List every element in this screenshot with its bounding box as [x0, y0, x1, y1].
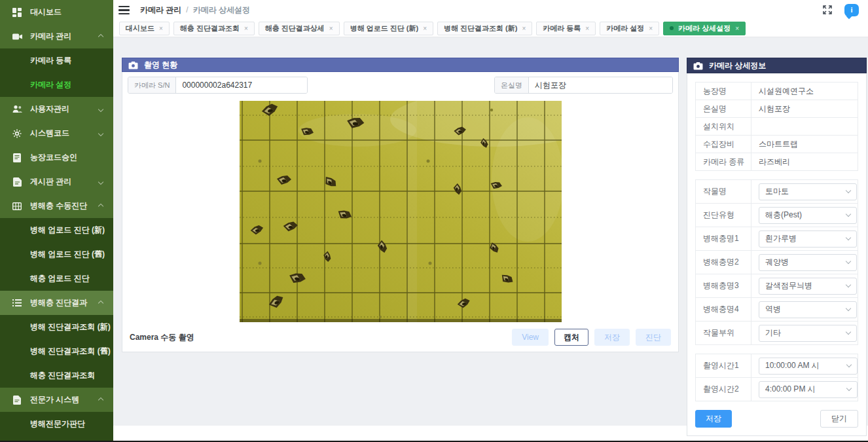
chevron-down-icon	[846, 188, 851, 193]
diagnosis-type-select[interactable]: 해충(Pest)	[759, 207, 857, 224]
content-area: 촬영 현황 카메라 S/N 온실명	[113, 37, 868, 426]
capture-time-2-select[interactable]: 4:00:00 PM 시	[759, 381, 858, 398]
tab-disease-upload-new[interactable]: 병해 업로드 진단 (新) ×	[344, 22, 433, 35]
close-icon[interactable]: ×	[244, 25, 248, 32]
select-value: 궤양병	[765, 257, 846, 268]
close-icon[interactable]: ×	[329, 25, 333, 32]
tab-bar: 대시보드 × 해충 진단결과조회 × 해충 진단결과상세 × 병해 업로드 진단…	[113, 20, 868, 37]
chevron-up-icon	[98, 397, 103, 402]
view-button[interactable]: View	[512, 329, 549, 346]
pest-name-1-select[interactable]: 흰가루병	[759, 230, 857, 248]
tab-camera-register[interactable]: 카메라 등록 ×	[536, 22, 596, 35]
tab-camera-detail-settings[interactable]: 카메라 상세설정 ×	[663, 22, 746, 35]
tab-label: 해충 진단결과상세	[265, 24, 325, 33]
close-icon[interactable]: ×	[585, 25, 589, 32]
fullscreen-icon[interactable]	[822, 5, 833, 15]
pest-name-3-select[interactable]: 갈색점무늬병	[759, 278, 857, 295]
sidebar-item-camera-register[interactable]: 카메라 등록	[0, 48, 113, 73]
sidebar-item-system-code[interactable]: 시스템코드	[0, 121, 113, 145]
greenhouse-input[interactable]	[529, 77, 672, 93]
chevron-down-icon	[846, 259, 851, 264]
sidebar-item-disease-upload-old[interactable]: 병해 업로드 진단 (舊)	[0, 242, 113, 267]
tab-camera-settings[interactable]: 카메라 설정 ×	[600, 22, 659, 35]
sidebar-item-camera-management[interactable]: 카메라 관리	[0, 24, 113, 48]
sidebar-item-label: 병해 진단결과조회 (新)	[30, 322, 111, 333]
chevron-up-icon	[98, 33, 103, 39]
select-value: 기타	[765, 327, 846, 339]
chevron-down-icon	[98, 106, 103, 111]
tab-disease-results-new[interactable]: 병해 진단결과조회 (新) ×	[437, 22, 532, 35]
sidebar-item-camera-settings[interactable]: 카메라 설정	[0, 73, 113, 97]
diagnosis-results-submenu: 병해 진단결과조회 (新) 병해 진단결과조회 (舊) 해충 진단결과조회	[0, 315, 113, 388]
tab-pest-results[interactable]: 해충 진단결과조회 ×	[173, 22, 255, 35]
chevron-down-icon	[846, 212, 851, 217]
manual-capture-label: Camera 수동 촬영	[130, 332, 194, 343]
table-row: 카메라 종류 라즈베리	[696, 153, 858, 171]
chat-icon[interactable]: i	[844, 4, 859, 16]
sidebar-item-dashboard[interactable]: 대시보드	[0, 0, 113, 24]
sidebar-item-farm-code-approval[interactable]: 농장코드승인	[0, 145, 113, 170]
sidebar-item-pest-results[interactable]: 해충 진단결과조회	[0, 363, 113, 388]
close-icon[interactable]: ×	[423, 25, 427, 32]
sidebar-item-label: 병해 업로드 진단 (新)	[30, 225, 105, 236]
table-row: 병해충명3 갈색점무늬병	[696, 274, 858, 298]
sidebar-item-disease-results-old[interactable]: 병해 진단결과조회 (舊)	[0, 339, 113, 363]
sidebar-item-disease-expert-judgement[interactable]: 병해전문가판단	[0, 412, 113, 436]
crop-select[interactable]: 토마토	[759, 183, 857, 200]
chevron-down-icon	[846, 386, 852, 391]
pest-name-2-select[interactable]: 궤양병	[759, 254, 857, 271]
save-button[interactable]: 저장	[695, 410, 732, 428]
grid-icon	[12, 201, 22, 212]
crop-part-select[interactable]: 기타	[759, 325, 857, 342]
sidebar-item-pest-upload[interactable]: 해충 업로드 진단	[0, 267, 113, 291]
table-row: 온실명 시험포장	[696, 100, 858, 118]
tab-dashboard[interactable]: 대시보드 ×	[119, 22, 170, 35]
select-value: 흰가루병	[765, 233, 846, 244]
tab-label: 해충 진단결과조회	[180, 24, 240, 33]
sidebar-item-label: 시스템코드	[30, 128, 69, 139]
table-row: 작물명 토마토	[696, 180, 858, 204]
sidebar-item-disease-results-new[interactable]: 병해 진단결과조회 (新)	[0, 315, 113, 339]
row-label: 작물부위	[696, 322, 751, 344]
chevron-down-icon	[846, 235, 851, 240]
capture-panel-header: 촬영 현황	[122, 58, 679, 72]
pest-name-4-select[interactable]: 역병	[759, 301, 857, 318]
sidebar-item-label: 해충 업로드 진단	[30, 273, 90, 284]
camera-info-table: 농장명 시설원예연구소 온실명 시험포장 설치위치 수집장비 스마트트랩	[695, 82, 858, 171]
sidebar-item-disease-upload-new[interactable]: 병해 업로드 진단 (新)	[0, 218, 113, 242]
tab-pest-result-detail[interactable]: 해충 진단결과상세 ×	[259, 22, 340, 35]
sidebar-item-board-management[interactable]: 게시판 관리	[0, 170, 113, 194]
select-value: 해충(Pest)	[765, 210, 846, 221]
tab-label: 카메라 등록	[543, 24, 581, 33]
capture-time-1-select[interactable]: 10:00:00 AM 시	[759, 358, 858, 375]
sidebar-item-user-management[interactable]: 사용자관리	[0, 97, 113, 121]
expert-system-submenu: 병해전문가판단	[0, 412, 113, 442]
close-icon[interactable]: ×	[522, 25, 526, 32]
sidebar-item-label: 카메라 관리	[30, 31, 71, 42]
diagnose-button[interactable]: 진단	[636, 329, 671, 346]
capture-panel: 촬영 현황 카메라 S/N 온실명	[122, 58, 679, 352]
sidebar-item-label: 카메라 등록	[30, 55, 71, 66]
camera-sn-input[interactable]	[176, 77, 307, 93]
tab-label: 카메라 상세설정	[678, 24, 731, 33]
hamburger-menu-icon[interactable]	[118, 6, 130, 14]
capture-panel-footer: Camera 수동 촬영 View 캡처 저장 진단	[122, 322, 678, 352]
close-icon[interactable]: ×	[735, 25, 739, 32]
table-row: 병해충명1 흰가루병	[696, 227, 858, 251]
close-icon[interactable]: ×	[649, 25, 653, 32]
save-capture-button[interactable]: 저장	[594, 329, 630, 346]
capture-button[interactable]: 캡처	[554, 329, 588, 346]
select-value: 10:00:00 AM 시	[765, 360, 847, 371]
sidebar-item-diagnosis-results[interactable]: 병해충 진단결과	[0, 291, 113, 315]
sidebar-item-manual-diagnosis[interactable]: 병해충 수동진단	[0, 194, 113, 218]
table-row: 진단유형 해충(Pest)	[696, 204, 858, 227]
gear-icon	[12, 128, 22, 139]
main-area: 카메라 관리 / 카메라 상세설정 i 대시보드 × 해충 진단결과조회 × 해	[113, 0, 868, 442]
board-icon	[12, 177, 22, 187]
sidebar-item-expert-system[interactable]: 전문가 시스템	[0, 388, 113, 412]
close-button[interactable]: 닫기	[820, 410, 858, 428]
select-value: 토마토	[765, 186, 846, 197]
close-icon[interactable]: ×	[159, 25, 163, 32]
breadcrumb-parent[interactable]: 카메라 관리	[140, 5, 181, 16]
list-icon	[12, 298, 22, 308]
